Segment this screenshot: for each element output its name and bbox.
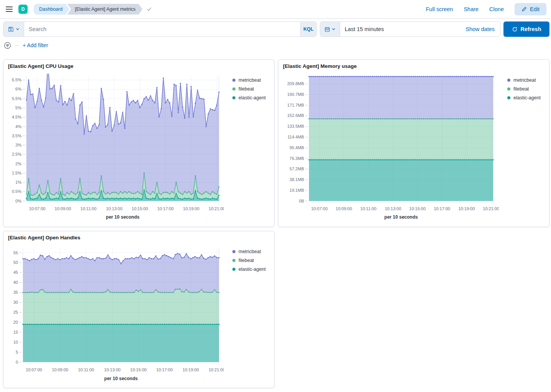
legend-dot [232,79,235,82]
svg-text:2.5%: 2.5% [12,152,21,156]
svg-text:10:07:00: 10:07:00 [29,206,46,211]
legend-item-elastic-agent[interactable]: elastic-agent [232,267,266,272]
svg-text:0: 0 [16,360,18,364]
svg-text:10:11:00: 10:11:00 [360,206,377,211]
search-input[interactable] [24,22,300,36]
svg-text:50: 50 [13,260,18,265]
svg-text:10:19:00: 10:19:00 [183,367,199,372]
legend-item-elastic-agent[interactable]: elastic-agent [507,95,541,100]
svg-text:10:09:00: 10:09:00 [54,206,71,211]
svg-text:1%: 1% [15,180,21,184]
svg-text:10:19:00: 10:19:00 [183,206,199,211]
svg-text:57.2MB: 57.2MB [289,166,304,171]
svg-text:10:21:00: 10:21:00 [209,206,224,211]
panel-open-handles: [Elastic Agent] Open Handles 05101520253… [3,231,275,388]
svg-text:10:21:00: 10:21:00 [483,206,499,211]
share-button[interactable]: Share [464,6,479,12]
legend-label: elastic-agent [513,95,541,100]
svg-text:38.1MB: 38.1MB [289,177,304,182]
svg-text:35: 35 [13,290,18,295]
svg-text:1.5%: 1.5% [12,171,21,175]
breadcrumb: Dashboard [Elastic Agent] Agent metrics [34,4,152,15]
saved-query-menu-button[interactable] [3,22,24,36]
svg-text:per 10 seconds: per 10 seconds [384,214,418,220]
filter-bar: + Add filter [4,40,48,51]
check-icon[interactable] [146,7,152,12]
legend-item-filebeat[interactable]: filebeat [232,86,266,92]
kql-toggle[interactable]: KQL [300,22,316,36]
panel-title: [Elastic Agent] Open Handles [3,231,274,240]
svg-text:10:11:00: 10:11:00 [78,367,94,372]
calendar-icon [324,26,330,32]
full-screen-button[interactable]: Full screen [426,6,453,12]
legend-item-filebeat[interactable]: filebeat [507,86,541,92]
top-navigation-bar: D Dashboard [Elastic Agent] Agent metric… [0,0,551,19]
filter-icon[interactable] [4,42,11,49]
legend-label: metricbeat [238,77,261,83]
svg-text:190.7MB: 190.7MB [287,92,304,97]
svg-text:10:19:00: 10:19:00 [458,206,475,211]
memory-usage-chart[interactable]: 0B19.1MB38.1MB57.2MB76.3MB95.4MB114.4MB1… [278,74,499,222]
legend-label: filebeat [238,86,254,92]
search-bar: KQL [3,21,317,37]
svg-text:10:09:00: 10:09:00 [52,367,68,372]
svg-text:10: 10 [13,340,18,344]
refresh-icon [512,26,518,32]
svg-text:95.4MB: 95.4MB [289,145,304,150]
svg-text:114.4MB: 114.4MB [288,135,304,139]
calendar-menu-button[interactable] [320,22,340,36]
pencil-icon [521,7,527,12]
svg-text:0.5%: 0.5% [12,189,21,194]
edit-button[interactable]: Edit [515,3,546,15]
svg-text:2%: 2% [15,161,21,166]
time-range-value[interactable]: Last 15 minutes [340,26,465,32]
svg-text:10:09:00: 10:09:00 [336,206,352,211]
svg-text:15: 15 [13,330,18,334]
breadcrumb-dashboard[interactable]: Dashboard [34,4,69,15]
breadcrumb-current-page[interactable]: [Elastic Agent] Agent metrics [67,4,142,15]
svg-text:10:17:00: 10:17:00 [157,206,174,211]
panel-memory-usage: [Elastic Agent] Memory usage 0B19.1MB38.… [278,59,549,227]
show-dates-button[interactable]: Show dates [465,26,500,32]
legend-label: filebeat [513,86,529,92]
svg-text:19.1MB: 19.1MB [289,188,304,193]
svg-text:4.5%: 4.5% [12,115,21,119]
space-avatar[interactable]: D [18,5,28,14]
legend-item-metricbeat[interactable]: metricbeat [232,77,266,83]
svg-text:5.5%: 5.5% [12,96,21,101]
svg-text:10:15:00: 10:15:00 [409,206,426,211]
legend-item-metricbeat[interactable]: metricbeat [232,249,266,254]
legend-dot [507,96,510,99]
svg-text:10:17:00: 10:17:00 [434,206,450,211]
svg-text:10:21:00: 10:21:00 [209,367,224,372]
svg-text:171.7MB: 171.7MB [287,103,304,107]
svg-text:152.6MB: 152.6MB [287,113,304,118]
open-handles-chart[interactable]: 051015202530354045505510:07:0010:09:0010… [3,245,224,383]
legend-dot [232,259,235,262]
chevron-down-icon [16,27,20,31]
clone-button[interactable]: Clone [489,6,504,12]
add-filter-button[interactable]: + Add filter [23,42,48,48]
legend-item-metricbeat[interactable]: metricbeat [507,77,541,83]
svg-text:10:15:00: 10:15:00 [130,367,147,372]
panel-title: [Elastic Agent] Memory usage [278,60,549,69]
refresh-button[interactable]: Refresh [503,21,549,37]
svg-text:20: 20 [13,320,18,324]
menu-icon[interactable] [0,0,18,18]
cpu-usage-chart[interactable]: 0%0.5%1%1.5%2%2.5%3%3.5%4%4.5%5%5.5%6%6.… [3,74,224,222]
svg-text:10:07:00: 10:07:00 [311,206,327,211]
chart-legend: metricbeatfilebeatelastic-agent [232,77,266,104]
legend-label: filebeat [238,258,254,263]
legend-item-filebeat[interactable]: filebeat [232,258,266,263]
legend-label: elastic-agent [238,267,266,272]
legend-dot [232,250,235,253]
filter-divider [15,45,19,46]
svg-text:30: 30 [13,300,18,305]
svg-text:133.5MB: 133.5MB [287,124,304,128]
panel-cpu-usage: [Elastic Agent] CPU Usage 0%0.5%1%1.5%2%… [3,59,275,227]
legend-item-elastic-agent[interactable]: elastic-agent [232,95,266,100]
svg-text:10:13:00: 10:13:00 [106,206,122,211]
svg-text:45: 45 [13,270,18,275]
legend-dot [507,79,510,82]
svg-text:0B: 0B [299,199,304,203]
